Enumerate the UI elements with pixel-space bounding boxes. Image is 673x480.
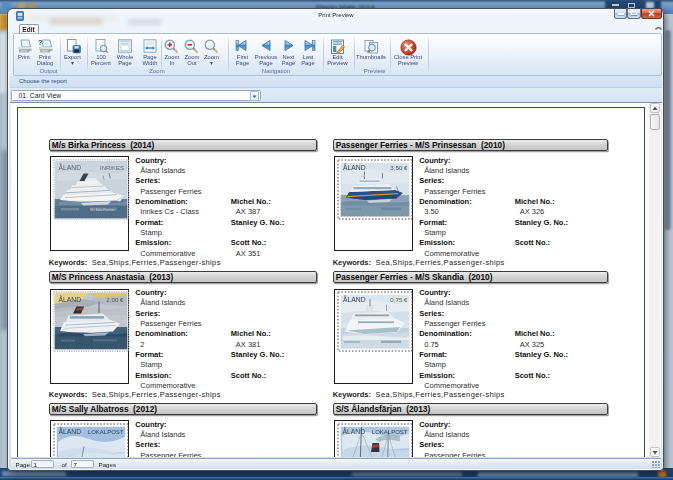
svg-text:ÅLAND: ÅLAND [58, 295, 81, 303]
svg-text:ÅLAND: ÅLAND [343, 295, 366, 303]
svg-text:?: ? [38, 39, 42, 46]
svg-text:0,75 €: 0,75 € [390, 296, 408, 303]
svg-text:ÅLAND: ÅLAND [343, 163, 366, 171]
svg-text:INRIKES: INRIKES [100, 164, 124, 170]
svg-text:2,00 €: 2,00 € [106, 296, 124, 303]
svg-text:LOKALPOST: LOKALPOST [88, 429, 124, 435]
svg-text:M/s Birka Princess: M/s Birka Princess [90, 208, 115, 212]
svg-text:LOKALPOST: LOKALPOST [372, 429, 408, 435]
svg-text:ÅLAND: ÅLAND [342, 427, 365, 435]
svg-text:3,50 €: 3,50 € [390, 164, 408, 171]
svg-text:ÅLAND: ÅLAND [58, 163, 81, 171]
svg-text:ÅLAND: ÅLAND [58, 427, 81, 435]
